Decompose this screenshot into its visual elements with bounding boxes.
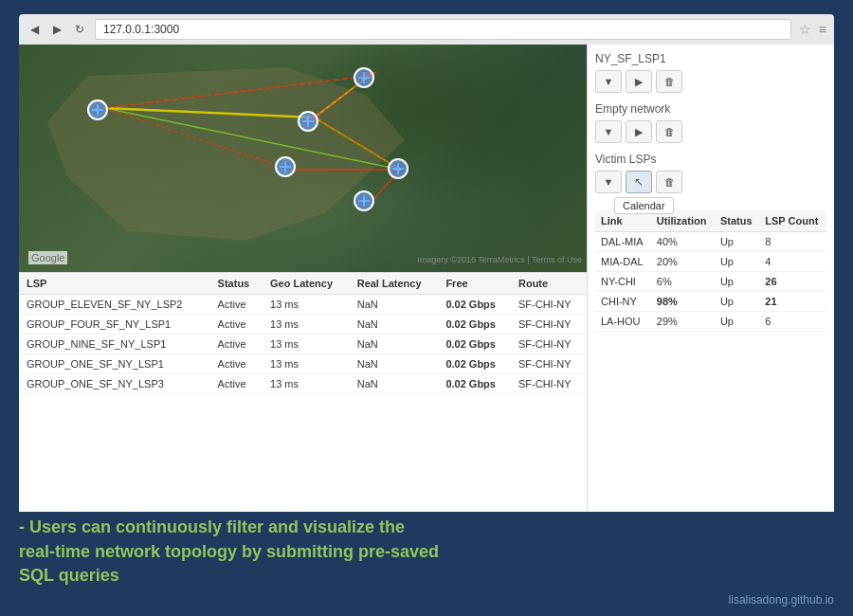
lsp-cell-status: Active — [210, 354, 263, 374]
lsp-cell-geo: 13 ms — [263, 354, 350, 374]
lsp-cell-free: 0.02 Gbps — [438, 335, 511, 354]
watermark: lisalisadong.github.io — [729, 593, 834, 607]
lsp-section-1: NY_SF_LSP1 ▼ ▶ 🗑 — [595, 52, 826, 93]
col-status: Status — [210, 273, 263, 295]
lsp-table-row: GROUP_FOUR_SF_NY_LSP1 Active 13 ms NaN 0… — [19, 315, 587, 335]
link-cell-link: MIA-DAL — [595, 252, 651, 272]
link-table-section: Link Utilization Status LSP Count DAL-MI… — [595, 210, 826, 504]
lsp2-dropdown-btn[interactable]: ▼ — [595, 120, 622, 143]
link-table-row: MIA-DAL 20% Up 4 — [595, 252, 826, 272]
bottom-text-content: - Users can continuously filter and visu… — [19, 516, 834, 588]
reload-button[interactable]: ↻ — [72, 22, 87, 37]
bottom-line3: SQL queries — [19, 566, 119, 585]
lsp-table-container: LSP Status Geo Latency Real Latency Free… — [19, 272, 587, 512]
lsp2-delete-btn[interactable]: 🗑 — [656, 120, 682, 143]
svg-line-3 — [105, 108, 315, 118]
lsp3-delete-btn[interactable]: 🗑 — [656, 171, 682, 193]
bottom-line2: real-time network topology by submitting… — [19, 542, 439, 561]
right-panel: NY_SF_LSP1 ▼ ▶ 🗑 Empty network ▼ ▶ 🗑 Vic… — [588, 45, 834, 512]
link-table: Link Utilization Status LSP Count DAL-MI… — [595, 210, 826, 332]
lsp-controls-2: ▼ ▶ 🗑 — [595, 120, 826, 143]
lsp-cell-route: SF-CHI-NY — [511, 354, 587, 374]
col-lsp: LSP — [19, 273, 210, 295]
svg-line-2 — [105, 108, 401, 170]
lsp3-dropdown-btn[interactable]: ▼ — [595, 171, 622, 193]
link-cell-count: 4 — [759, 252, 826, 272]
col-route: Route — [511, 273, 587, 295]
lsp-cell-free: 0.02 Gbps — [438, 374, 511, 394]
lsp-section-2: Empty network ▼ ▶ 🗑 — [595, 102, 826, 143]
lsp-table: LSP Status Geo Latency Real Latency Free… — [19, 273, 587, 394]
network-node-1[interactable]: + — [87, 100, 108, 120]
link-cell-util: 98% — [651, 292, 715, 312]
link-cell-util: 20% — [651, 252, 715, 272]
lsp1-delete-btn[interactable]: 🗑 — [656, 70, 682, 93]
lsp-cell-geo: 13 ms — [263, 315, 350, 335]
lsp-section-3: Victim LSPs ▼ ↖ 🗑 Calendar — [595, 153, 826, 193]
lsp-table-row: GROUP_ONE_SF_NY_LSP1 Active 13 ms NaN 0.… — [19, 354, 587, 374]
svg-line-8 — [105, 108, 292, 170]
link-table-row: LA-HOU 29% Up 6 — [595, 312, 826, 332]
col-geo: Geo Latency — [263, 273, 350, 295]
lsp-cell-status: Active — [210, 374, 263, 394]
network-svg — [19, 45, 587, 272]
menu-icon[interactable]: ≡ — [819, 22, 826, 37]
lsp-table-row: GROUP_NINE_SF_NY_LSP1 Active 13 ms NaN 0… — [19, 335, 587, 354]
lsp-cell-route: SF-CHI-NY — [511, 295, 587, 315]
link-cell-util: 40% — [651, 232, 715, 252]
browser-chrome: ◀ ▶ ↻ 127.0.0.1:3000 ☆ ≡ — [19, 14, 834, 45]
lsp-cell-name: GROUP_ELEVEN_SF_NY_LSP2 — [19, 295, 210, 315]
lsp-cell-free: 0.02 Gbps — [438, 295, 511, 315]
lsp-cell-status: Active — [210, 315, 263, 335]
lsp-cell-name: GROUP_FOUR_SF_NY_LSP1 — [19, 315, 210, 335]
col-free: Free — [438, 273, 511, 295]
lsp-cell-name: GROUP_ONE_SF_NY_LSP1 — [19, 354, 210, 374]
link-table-row: CHI-NY 98% Up 21 — [595, 292, 826, 312]
link-cell-count: 8 — [759, 232, 826, 252]
svg-line-5 — [105, 76, 370, 108]
col-lsp-count: LSP Count — [759, 210, 826, 232]
map-container: + + + + + + Google Imagery ©2016 TerraMe… — [19, 45, 587, 272]
lsp-cell-free: 0.02 Gbps — [438, 354, 511, 374]
address-text: 127.0.0.1:3000 — [103, 23, 179, 36]
lsp-cell-real: NaN — [350, 374, 439, 394]
browser-content: + + + + + + Google Imagery ©2016 TerraMe… — [19, 45, 834, 512]
lsp-cell-real: NaN — [350, 295, 439, 315]
link-cell-status: Up — [715, 272, 759, 292]
link-cell-count: 26 — [759, 272, 826, 292]
lsp-cell-geo: 13 ms — [263, 374, 350, 394]
lsp-cell-real: NaN — [350, 315, 439, 335]
lsp-cell-route: SF-CHI-NY — [511, 374, 587, 394]
lsp-cell-status: Active — [210, 335, 263, 354]
calendar-tooltip: Calendar — [614, 197, 674, 214]
lsp2-play-btn[interactable]: ▶ — [626, 120, 652, 143]
lsp-title-3: Victim LSPs — [595, 153, 826, 166]
cursor-icon: ↖ — [634, 175, 644, 189]
address-bar[interactable]: 127.0.0.1:3000 — [95, 19, 791, 40]
link-cell-status: Up — [715, 292, 759, 312]
lsp-table-row: GROUP_ONE_SF_NY_LSP3 Active 13 ms NaN 0.… — [19, 374, 587, 394]
link-cell-count: 21 — [759, 292, 826, 312]
lsp1-play-btn[interactable]: ▶ — [626, 70, 652, 93]
lsp3-cursor-btn[interactable]: ↖ — [626, 171, 652, 193]
lsp1-dropdown-btn[interactable]: ▼ — [595, 70, 622, 93]
lsp-cell-geo: 13 ms — [263, 335, 350, 354]
network-node-5[interactable]: + — [275, 156, 296, 177]
star-icon[interactable]: ☆ — [799, 22, 811, 37]
lsp-cell-name: GROUP_NINE_SF_NY_LSP1 — [19, 335, 210, 354]
lsp-cell-route: SF-CHI-NY — [511, 335, 587, 354]
back-button[interactable]: ◀ — [27, 22, 42, 37]
lsp-cell-status: Active — [210, 295, 263, 315]
link-table-row: NY-CHI 6% Up 26 — [595, 272, 826, 292]
bottom-line1: - Users can continuously filter and visu… — [19, 517, 405, 536]
forward-button[interactable]: ▶ — [49, 22, 64, 37]
link-cell-util: 6% — [651, 272, 715, 292]
network-node-2[interactable]: + — [298, 111, 318, 132]
lsp-cell-real: NaN — [350, 335, 439, 354]
lsp-table-row: GROUP_ELEVEN_SF_NY_LSP2 Active 13 ms NaN… — [19, 295, 587, 315]
lsp-controls-1: ▼ ▶ 🗑 — [595, 70, 826, 93]
link-cell-link: LA-HOU — [595, 312, 651, 332]
link-table-row: DAL-MIA 40% Up 8 — [595, 232, 826, 252]
network-node-6[interactable]: + — [354, 190, 374, 211]
link-cell-count: 6 — [759, 312, 826, 332]
